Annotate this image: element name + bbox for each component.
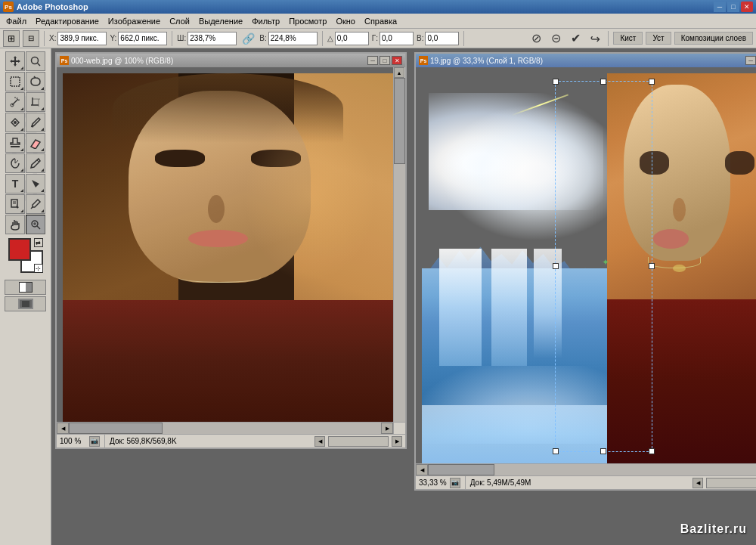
- h-field: В:: [259, 32, 317, 45]
- tool-row-5: [5, 133, 45, 153]
- tool-row-7: T: [5, 174, 45, 194]
- doc-icon-right: Ps: [419, 56, 428, 65]
- y-field: Y:: [110, 32, 167, 45]
- foreground-color-swatch[interactable]: [8, 238, 31, 261]
- x-label: X:: [49, 34, 56, 42]
- tool-row-2: [5, 72, 45, 91]
- menu-edit[interactable]: Редактирование: [31, 15, 104, 27]
- status-icon-right[interactable]: 📷: [450, 478, 460, 488]
- hand-btn[interactable]: [5, 215, 25, 234]
- hscroll-left-left[interactable]: ◀: [57, 423, 69, 434]
- tool-row-9: [5, 215, 45, 234]
- options-bar: ⊞ ⊟ X: Y: Ш: 🔗 В: △ Г: В: ⊘ ⊝ ✔ ↩ Кист: [0, 29, 756, 48]
- doc-controls-right: ─ □ ✕: [745, 56, 756, 65]
- maximize-button[interactable]: □: [727, 2, 739, 12]
- zoom-btn[interactable]: [26, 215, 45, 234]
- status-left-right[interactable]: ◀: [692, 478, 703, 488]
- type-btn[interactable]: T: [5, 174, 25, 194]
- cancel-icon[interactable]: ↩: [587, 30, 603, 47]
- reset-colors-btn[interactable]: ⊹: [34, 264, 43, 273]
- title-bar: Ps Adobe Photoshop ─ □ ✕: [0, 0, 756, 14]
- y-input[interactable]: [118, 32, 167, 45]
- magic-wand-btn[interactable]: [5, 92, 25, 112]
- crop-btn[interactable]: [26, 92, 45, 112]
- angle-field: △: [327, 32, 369, 45]
- x-input[interactable]: [57, 32, 107, 45]
- screen-mode-btn[interactable]: [5, 296, 46, 311]
- vscroll-up-left[interactable]: ▲: [394, 67, 404, 78]
- stamp-btn[interactable]: [5, 133, 25, 153]
- svg-point-12: [14, 121, 17, 124]
- skew-v-input[interactable]: [425, 32, 459, 45]
- extra-tool-row-1: [5, 280, 46, 295]
- skew-h-input[interactable]: [380, 32, 414, 45]
- zoom-level-left: 100 %: [60, 437, 86, 445]
- doc-titlebar-left[interactable]: Ps 000-web.jpg @ 100% (RGB/8) ─ □ ✕: [57, 54, 405, 67]
- pen-btn[interactable]: [26, 153, 45, 173]
- link-wh-btn[interactable]: 🔗: [240, 30, 256, 47]
- canvas-area-left: ▲ ▼ ◀ ▶: [57, 67, 405, 447]
- menu-help[interactable]: Справка: [360, 15, 401, 27]
- menu-image[interactable]: Изображение: [104, 15, 165, 27]
- doc-title-left: 000-web.jpg @ 100% (RGB/8): [71, 57, 367, 65]
- skew-v-label: В:: [417, 34, 423, 42]
- canvas-image-left: [63, 73, 393, 422]
- notes-btn[interactable]: [5, 194, 25, 214]
- doc-controls-left: ─ □ ✕: [367, 56, 402, 65]
- move-tool-btn[interactable]: [5, 51, 25, 71]
- close-button[interactable]: ✕: [741, 2, 753, 12]
- menu-window[interactable]: Окно: [331, 15, 360, 27]
- warp-icon[interactable]: ⊝: [547, 30, 564, 47]
- lasso-btn[interactable]: [26, 72, 45, 91]
- svg-point-0: [32, 57, 39, 64]
- heal-btn[interactable]: [5, 113, 25, 132]
- commit-icon[interactable]: ✔: [567, 30, 584, 47]
- zoom-tool-btn[interactable]: [26, 51, 45, 71]
- menu-select[interactable]: Выделение: [194, 15, 247, 27]
- doc-minimize-left[interactable]: ─: [367, 56, 378, 65]
- status-icon-left[interactable]: 📷: [89, 436, 100, 447]
- doc-close-left[interactable]: ✕: [392, 56, 402, 65]
- path-select-btn[interactable]: [26, 174, 45, 194]
- w-input[interactable]: [187, 32, 237, 45]
- svg-line-6: [18, 100, 20, 101]
- w-field: Ш:: [177, 32, 237, 45]
- skew-h-field: Г:: [372, 32, 414, 45]
- svg-line-19: [37, 226, 40, 229]
- status-bar-left: 100 % 📷 Док: 569,8K/569,8K ◀ ▶: [57, 434, 405, 447]
- grid-btn[interactable]: ⊟: [23, 30, 39, 47]
- blur-btn[interactable]: [5, 153, 25, 173]
- h-input[interactable]: [268, 32, 318, 45]
- quick-tab-brush[interactable]: Кист: [613, 32, 643, 45]
- canvas-image-right: ✦: [422, 73, 756, 463]
- menu-layer[interactable]: Слой: [165, 15, 194, 27]
- minimize-button[interactable]: ─: [714, 2, 726, 12]
- status-arrow-right[interactable]: ▶: [392, 436, 402, 447]
- eyedropper-btn[interactable]: [26, 194, 45, 214]
- doc-minimize-right[interactable]: ─: [745, 56, 756, 65]
- eraser-btn[interactable]: [26, 133, 45, 153]
- quick-mask-btn[interactable]: [5, 280, 46, 295]
- x-field: X:: [49, 32, 107, 45]
- toolbox: НАСТЯ: [0, 48, 51, 545]
- interpolation-icon[interactable]: ⊘: [528, 30, 544, 47]
- swap-colors-btn[interactable]: ⇄: [34, 238, 43, 247]
- quick-tab-presets[interactable]: Уст: [646, 32, 671, 45]
- doc-maximize-left[interactable]: □: [380, 56, 390, 65]
- status-arrow-left[interactable]: ◀: [314, 436, 325, 447]
- watermark: Bazliter.ru: [680, 522, 747, 536]
- angle-input[interactable]: [335, 32, 369, 45]
- doc-icon-left: Ps: [60, 56, 69, 65]
- quick-tab-layers[interactable]: Композиции слоев: [674, 32, 753, 45]
- hscroll-left-right[interactable]: ◀: [416, 464, 428, 475]
- menu-filter[interactable]: Фильтр: [247, 15, 284, 27]
- transform-options-btn[interactable]: ⊞: [3, 30, 20, 47]
- hscroll-right-left[interactable]: ▶: [381, 423, 393, 434]
- doc-titlebar-right[interactable]: Ps 19.jpg @ 33,3% (Слой 1, RGB/8) ─ □ ✕: [416, 54, 756, 67]
- menu-view[interactable]: Просмотр: [284, 15, 331, 27]
- brush-btn[interactable]: [26, 113, 45, 132]
- svg-point-13: [32, 125, 34, 128]
- h-label: В:: [259, 34, 266, 42]
- menu-file[interactable]: Файл: [2, 15, 31, 27]
- marquee-rect-btn[interactable]: [5, 72, 25, 91]
